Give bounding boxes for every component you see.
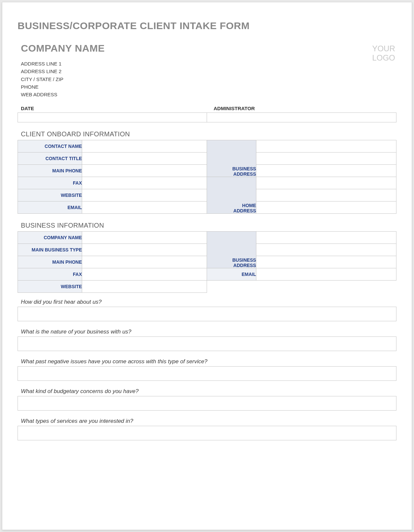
onboard-label-contact-title: CONTACT TITLE xyxy=(18,153,82,165)
address-web: WEB ADDRESS xyxy=(21,91,105,98)
question-block-3: What past negative issues have you come … xyxy=(18,358,396,382)
question-input-4[interactable] xyxy=(18,396,396,411)
onboard-label-email: EMAIL xyxy=(18,201,82,214)
date-admin-labels: DATE ADMINISTRATOR xyxy=(18,106,396,111)
question-block-5: What types of services are you intereste… xyxy=(18,418,396,442)
form-title: BUSINESS/CORPORATE CLIENT INTAKE FORM xyxy=(18,20,396,31)
business-address-2[interactable] xyxy=(256,244,396,256)
logo-line-1: YOUR xyxy=(372,44,395,53)
section-title-onboard: CLIENT ONBOARD INFORMATION xyxy=(21,130,396,138)
business-address-label: BUSINESSADDRESS xyxy=(207,232,256,268)
onboard-home-address-3[interactable] xyxy=(256,201,396,213)
address-city-state-zip: CITY / STATE / ZIP xyxy=(21,75,105,83)
question-block-1: How did you first hear about us? xyxy=(18,299,396,323)
onboard-label-fax: FAX xyxy=(18,177,82,189)
header-row: COMPANY NAME ADDRESS LINE 1 ADDRESS LINE… xyxy=(18,43,396,98)
onboard-contact-title-input[interactable] xyxy=(82,153,207,164)
business-address-3[interactable] xyxy=(256,256,396,268)
onboard-label-main-phone: MAIN PHONE xyxy=(18,165,82,177)
section-title-business: BUSINESS INFORMATION xyxy=(21,222,396,229)
client-onboard-table: CONTACT NAME BUSINESSADDRESS CONTACT TIT… xyxy=(18,140,396,214)
onboard-label-website: WEBSITE xyxy=(18,189,82,201)
date-input[interactable] xyxy=(18,112,207,122)
business-info-table: COMPANY NAME BUSINESSADDRESS MAIN BUSINE… xyxy=(18,231,396,293)
business-type-input[interactable] xyxy=(82,244,207,256)
question-label-5: What types of services are you intereste… xyxy=(21,418,396,424)
onboard-business-address-1[interactable] xyxy=(256,140,396,152)
onboard-business-address-2[interactable] xyxy=(256,153,396,164)
business-company-name-input[interactable] xyxy=(82,232,207,244)
address-phone: PHONE xyxy=(21,83,105,91)
question-label-3: What past negative issues have you come … xyxy=(21,358,396,365)
business-label-company-name: COMPANY NAME xyxy=(18,232,82,244)
business-label-website: WEBSITE xyxy=(18,281,82,293)
company-address-block: ADDRESS LINE 1 ADDRESS LINE 2 CITY / STA… xyxy=(21,60,105,98)
business-website-input[interactable] xyxy=(82,281,207,292)
business-label-fax: FAX xyxy=(18,268,82,281)
onboard-home-address-label: HOMEADDRESS xyxy=(207,177,256,214)
business-email-input[interactable] xyxy=(256,268,396,280)
onboard-email-input[interactable] xyxy=(82,201,207,213)
business-label-main-phone: MAIN PHONE xyxy=(18,256,82,268)
date-admin-inputs xyxy=(18,112,396,122)
business-label-email: EMAIL xyxy=(207,268,256,281)
business-fax-input[interactable] xyxy=(82,268,207,280)
question-label-4: What kind of budgetary concerns do you h… xyxy=(21,388,396,395)
address-line-2: ADDRESS LINE 2 xyxy=(21,67,105,75)
onboard-website-input[interactable] xyxy=(82,189,207,201)
business-label-main-business-type: MAIN BUSINESS TYPE xyxy=(18,244,82,256)
company-name: COMPANY NAME xyxy=(21,43,105,54)
business-main-phone-input[interactable] xyxy=(82,256,207,268)
question-block-4: What kind of budgetary concerns do you h… xyxy=(18,388,396,412)
question-block-2: What is the nature of your business with… xyxy=(18,329,396,352)
date-label: DATE xyxy=(21,106,207,111)
onboard-fax-input[interactable] xyxy=(82,177,207,189)
onboard-main-phone-input[interactable] xyxy=(82,165,207,177)
administrator-input[interactable] xyxy=(207,112,396,122)
onboard-business-address-3[interactable] xyxy=(256,165,396,177)
logo-line-2: LOGO xyxy=(372,53,395,63)
question-label-2: What is the nature of your business with… xyxy=(21,329,396,335)
question-input-3[interactable] xyxy=(18,366,396,381)
question-label-1: How did you first hear about us? xyxy=(21,299,396,305)
address-line-1: ADDRESS LINE 1 xyxy=(21,60,105,67)
logo-placeholder: YOUR LOGO xyxy=(372,43,396,62)
onboard-home-address-2[interactable] xyxy=(256,189,396,201)
question-input-2[interactable] xyxy=(18,336,396,351)
business-address-1[interactable] xyxy=(256,232,396,244)
administrator-label: ADMINISTRATOR xyxy=(214,106,396,111)
question-input-5[interactable] xyxy=(18,426,396,440)
onboard-label-contact-name: CONTACT NAME xyxy=(18,140,82,153)
onboard-contact-name-input[interactable] xyxy=(82,140,207,152)
onboard-business-address-label: BUSINESSADDRESS xyxy=(207,140,256,177)
onboard-home-address-1[interactable] xyxy=(256,177,396,189)
question-input-1[interactable] xyxy=(18,307,396,321)
intake-form-page: BUSINESS/CORPORATE CLIENT INTAKE FORM CO… xyxy=(2,2,412,530)
